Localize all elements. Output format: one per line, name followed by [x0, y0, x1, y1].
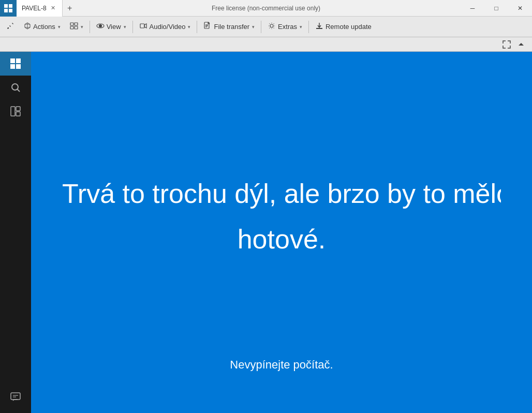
filetransfer-icon [203, 22, 212, 32]
svg-point-21 [12, 84, 18, 90]
remote-text-line2: hotové. [62, 222, 501, 257]
minimize-button[interactable]: ─ [461, 0, 484, 17]
filetransfer-arrow: ▾ [252, 24, 255, 30]
remote-tab[interactable]: PAVEL-8 ✕ [17, 0, 63, 17]
close-button[interactable]: ✕ [508, 0, 532, 17]
remoteupdate-button[interactable]: Remote update [311, 19, 376, 35]
view-icon [96, 22, 105, 32]
separator-3 [197, 21, 197, 33]
sidebar-search-icon[interactable] [0, 76, 31, 99]
separator-5 [308, 21, 309, 33]
extras-button[interactable]: Extras ▾ [263, 19, 306, 35]
actions-arrow: ▾ [58, 24, 61, 30]
settings-icon [6, 22, 14, 32]
multimonitor-icon [70, 22, 78, 32]
multimonitor-arrow: ▾ [81, 24, 83, 30]
settings-button[interactable] [2, 19, 19, 35]
svg-rect-25 [16, 112, 20, 116]
svg-rect-10 [140, 24, 144, 28]
sub-toolbar [0, 37, 532, 52]
collapse-button[interactable] [514, 39, 528, 50]
audiovideo-icon [139, 22, 147, 32]
extras-label: Extras [278, 23, 297, 31]
extras-icon [268, 22, 276, 32]
filetransfer-button[interactable]: File transfer ▾ [199, 19, 259, 35]
svg-rect-20 [16, 64, 21, 69]
filetransfer-label: File transfer [214, 23, 249, 31]
audiovideo-label: Audio/Video [150, 23, 186, 31]
svg-rect-26 [11, 393, 20, 400]
audiovideo-button[interactable]: Audio/Video ▾ [135, 19, 195, 35]
remote-text-line1: Trvá to trochu dýl, ale brzo by to mělo … [62, 176, 501, 212]
separator-2 [132, 21, 133, 33]
svg-point-9 [99, 25, 101, 27]
license-text: Free license (non-commercial use only) [212, 5, 320, 12]
title-bar: PAVEL-8 ✕ + Free license (non-commercial… [0, 0, 532, 17]
remoteupdate-label: Remote update [326, 23, 372, 31]
svg-rect-24 [16, 107, 20, 111]
svg-rect-17 [10, 58, 15, 63]
svg-point-15 [270, 24, 273, 27]
sidebar-chat-icon[interactable] [0, 385, 31, 409]
window-controls: ─ □ ✕ [461, 0, 532, 16]
svg-rect-1 [9, 4, 12, 8]
svg-rect-19 [10, 64, 15, 69]
main-wrapper: Trvá to trochu dýl, ale brzo by to mělo … [0, 52, 532, 413]
new-tab-button[interactable]: + [63, 1, 77, 16]
remote-sub-text: Nevypínejte počítač. [31, 358, 532, 372]
sidebar [0, 52, 31, 413]
svg-rect-11 [204, 22, 209, 28]
svg-rect-2 [4, 9, 8, 12]
toolbar: Actions ▾ ▾ View ▾ [0, 17, 532, 37]
remote-desktop-area: Trvá to trochu dýl, ale brzo by to mělo … [31, 52, 532, 413]
restore-button[interactable]: □ [484, 0, 508, 17]
view-label: View [107, 23, 121, 31]
svg-line-22 [18, 90, 20, 92]
actions-label: Actions [33, 23, 55, 31]
view-arrow: ▾ [124, 24, 126, 30]
tab-label: PAVEL-8 [22, 5, 47, 12]
svg-rect-7 [75, 26, 78, 29]
extras-arrow: ▾ [300, 24, 302, 30]
svg-rect-4 [70, 23, 73, 25]
svg-rect-18 [16, 58, 21, 63]
svg-rect-0 [4, 4, 8, 8]
actions-button[interactable]: Actions ▾ [20, 19, 65, 35]
actions-icon [24, 22, 31, 31]
svg-rect-6 [70, 26, 73, 29]
svg-rect-23 [11, 107, 15, 116]
app-icon [0, 0, 17, 17]
expand-button[interactable] [500, 39, 513, 50]
sidebar-windows-icon[interactable] [0, 52, 31, 76]
svg-rect-16 [316, 28, 322, 29]
remote-main-message: Trvá to trochu dýl, ale brzo by to mělo … [31, 176, 532, 288]
audiovideo-arrow: ▾ [188, 24, 190, 30]
remoteupdate-icon [315, 22, 323, 32]
sidebar-layout-icon[interactable] [0, 99, 31, 123]
separator-1 [90, 21, 90, 33]
svg-rect-5 [75, 23, 78, 25]
view-button[interactable]: View ▾ [92, 19, 130, 35]
separator-4 [261, 21, 261, 33]
svg-rect-3 [9, 9, 12, 12]
tab-close-button[interactable]: ✕ [50, 5, 57, 12]
multimonitor-button[interactable]: ▾ [66, 19, 87, 35]
